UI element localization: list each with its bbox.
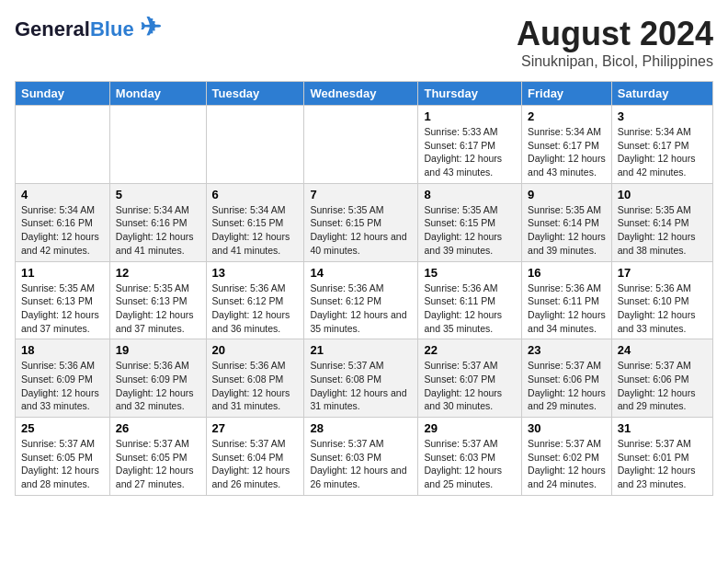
day-number: 20 — [212, 343, 299, 357]
day-cell — [304, 106, 418, 184]
day-number: 10 — [618, 188, 707, 201]
day-info: Sunrise: 5:37 AM Sunset: 6:06 PM Dayligh… — [528, 359, 606, 413]
day-info: Sunrise: 5:37 AM Sunset: 6:01 PM Dayligh… — [618, 437, 707, 491]
day-number: 7 — [310, 188, 412, 201]
day-cell — [16, 106, 110, 184]
day-cell: 8Sunrise: 5:35 AM Sunset: 6:15 PM Daylig… — [418, 183, 522, 261]
day-info: Sunrise: 5:37 AM Sunset: 6:07 PM Dayligh… — [424, 359, 516, 413]
day-cell: 21Sunrise: 5:37 AM Sunset: 6:08 PM Dayli… — [304, 339, 418, 418]
day-number: 23 — [528, 343, 606, 357]
day-cell: 30Sunrise: 5:37 AM Sunset: 6:02 PM Dayli… — [522, 418, 612, 496]
day-number: 18 — [21, 343, 104, 357]
day-cell: 1Sunrise: 5:33 AM Sunset: 6:17 PM Daylig… — [418, 106, 522, 184]
header: GeneralBlue ✈ August 2024 Sinuknipan, Bi… — [15, 15, 713, 70]
logo-text: GeneralBlue ✈ — [15, 15, 161, 40]
day-number: 9 — [528, 188, 606, 201]
day-number: 8 — [424, 188, 516, 201]
day-cell: 7Sunrise: 5:35 AM Sunset: 6:15 PM Daylig… — [304, 183, 418, 261]
day-number: 26 — [116, 421, 200, 435]
day-info: Sunrise: 5:34 AM Sunset: 6:16 PM Dayligh… — [21, 203, 104, 258]
day-number: 17 — [618, 266, 707, 280]
day-cell: 4Sunrise: 5:34 AM Sunset: 6:16 PM Daylig… — [16, 183, 110, 261]
day-info: Sunrise: 5:35 AM Sunset: 6:15 PM Dayligh… — [310, 203, 412, 258]
day-number: 22 — [424, 343, 516, 357]
day-cell — [206, 106, 304, 184]
column-header-sunday: Sunday — [16, 82, 110, 106]
week-row-4: 18Sunrise: 5:36 AM Sunset: 6:09 PM Dayli… — [16, 339, 713, 418]
day-info: Sunrise: 5:36 AM Sunset: 6:08 PM Dayligh… — [212, 359, 299, 413]
day-number: 4 — [21, 188, 104, 201]
day-info: Sunrise: 5:36 AM Sunset: 6:09 PM Dayligh… — [116, 359, 200, 413]
day-info: Sunrise: 5:34 AM Sunset: 6:15 PM Dayligh… — [212, 203, 299, 258]
day-info: Sunrise: 5:34 AM Sunset: 6:17 PM Dayligh… — [618, 125, 707, 179]
day-info: Sunrise: 5:34 AM Sunset: 6:17 PM Dayligh… — [528, 125, 606, 179]
column-header-monday: Monday — [109, 82, 206, 106]
day-info: Sunrise: 5:35 AM Sunset: 6:13 PM Dayligh… — [116, 282, 200, 336]
day-number: 12 — [116, 266, 200, 280]
day-info: Sunrise: 5:37 AM Sunset: 6:03 PM Dayligh… — [310, 437, 412, 491]
calendar-header-row: SundayMondayTuesdayWednesdayThursdayFrid… — [16, 82, 713, 106]
day-cell: 26Sunrise: 5:37 AM Sunset: 6:05 PM Dayli… — [109, 418, 206, 496]
day-cell: 29Sunrise: 5:37 AM Sunset: 6:03 PM Dayli… — [418, 418, 522, 496]
day-cell: 13Sunrise: 5:36 AM Sunset: 6:12 PM Dayli… — [206, 261, 304, 339]
day-cell: 18Sunrise: 5:36 AM Sunset: 6:09 PM Dayli… — [16, 339, 110, 418]
week-row-3: 11Sunrise: 5:35 AM Sunset: 6:13 PM Dayli… — [16, 261, 713, 339]
day-info: Sunrise: 5:37 AM Sunset: 6:06 PM Dayligh… — [618, 359, 707, 413]
day-info: Sunrise: 5:37 AM Sunset: 6:02 PM Dayligh… — [528, 437, 606, 491]
column-header-thursday: Thursday — [418, 82, 522, 106]
day-number: 16 — [528, 266, 606, 280]
day-cell: 15Sunrise: 5:36 AM Sunset: 6:11 PM Dayli… — [418, 261, 522, 339]
day-info: Sunrise: 5:37 AM Sunset: 6:08 PM Dayligh… — [310, 359, 412, 413]
day-info: Sunrise: 5:37 AM Sunset: 6:05 PM Dayligh… — [21, 437, 104, 491]
day-number: 30 — [528, 421, 606, 435]
day-info: Sunrise: 5:37 AM Sunset: 6:05 PM Dayligh… — [116, 437, 200, 491]
day-number: 19 — [116, 343, 200, 357]
day-number: 25 — [21, 421, 104, 435]
day-cell: 24Sunrise: 5:37 AM Sunset: 6:06 PM Dayli… — [611, 339, 712, 418]
day-info: Sunrise: 5:36 AM Sunset: 6:12 PM Dayligh… — [310, 282, 412, 336]
day-cell: 5Sunrise: 5:34 AM Sunset: 6:16 PM Daylig… — [109, 183, 206, 261]
day-cell: 25Sunrise: 5:37 AM Sunset: 6:05 PM Dayli… — [16, 418, 110, 496]
column-header-friday: Friday — [522, 82, 612, 106]
day-cell: 28Sunrise: 5:37 AM Sunset: 6:03 PM Dayli… — [304, 418, 418, 496]
week-row-2: 4Sunrise: 5:34 AM Sunset: 6:16 PM Daylig… — [16, 183, 713, 261]
day-number: 14 — [310, 266, 412, 280]
day-info: Sunrise: 5:34 AM Sunset: 6:16 PM Dayligh… — [116, 203, 200, 258]
column-header-tuesday: Tuesday — [206, 82, 304, 106]
column-header-wednesday: Wednesday — [304, 82, 418, 106]
day-number: 5 — [116, 188, 200, 201]
day-number: 24 — [618, 343, 707, 357]
day-number: 3 — [618, 109, 707, 123]
day-cell: 20Sunrise: 5:36 AM Sunset: 6:08 PM Dayli… — [206, 339, 304, 418]
day-cell: 9Sunrise: 5:35 AM Sunset: 6:14 PM Daylig… — [522, 183, 612, 261]
day-cell: 12Sunrise: 5:35 AM Sunset: 6:13 PM Dayli… — [109, 261, 206, 339]
main-title: August 2024 — [517, 15, 713, 53]
day-cell: 27Sunrise: 5:37 AM Sunset: 6:04 PM Dayli… — [206, 418, 304, 496]
day-cell: 3Sunrise: 5:34 AM Sunset: 6:17 PM Daylig… — [611, 106, 712, 184]
day-cell: 22Sunrise: 5:37 AM Sunset: 6:07 PM Dayli… — [418, 339, 522, 418]
week-row-5: 25Sunrise: 5:37 AM Sunset: 6:05 PM Dayli… — [16, 418, 713, 496]
day-number: 6 — [212, 188, 299, 201]
day-info: Sunrise: 5:35 AM Sunset: 6:14 PM Dayligh… — [618, 203, 707, 258]
title-area: August 2024 Sinuknipan, Bicol, Philippin… — [517, 15, 713, 70]
day-info: Sunrise: 5:36 AM Sunset: 6:11 PM Dayligh… — [424, 282, 516, 336]
day-cell: 23Sunrise: 5:37 AM Sunset: 6:06 PM Dayli… — [522, 339, 612, 418]
day-info: Sunrise: 5:36 AM Sunset: 6:11 PM Dayligh… — [528, 282, 606, 336]
day-number: 11 — [21, 266, 104, 280]
day-info: Sunrise: 5:33 AM Sunset: 6:17 PM Dayligh… — [424, 125, 516, 179]
day-info: Sunrise: 5:37 AM Sunset: 6:04 PM Dayligh… — [212, 437, 299, 491]
logo: GeneralBlue ✈ — [15, 15, 161, 40]
day-number: 27 — [212, 421, 299, 435]
day-cell: 10Sunrise: 5:35 AM Sunset: 6:14 PM Dayli… — [611, 183, 712, 261]
column-header-saturday: Saturday — [611, 82, 712, 106]
day-cell: 14Sunrise: 5:36 AM Sunset: 6:12 PM Dayli… — [304, 261, 418, 339]
subtitle: Sinuknipan, Bicol, Philippines — [517, 53, 713, 70]
day-info: Sunrise: 5:35 AM Sunset: 6:13 PM Dayligh… — [21, 282, 104, 336]
day-cell: 16Sunrise: 5:36 AM Sunset: 6:11 PM Dayli… — [522, 261, 612, 339]
day-info: Sunrise: 5:36 AM Sunset: 6:10 PM Dayligh… — [618, 282, 707, 336]
day-cell: 2Sunrise: 5:34 AM Sunset: 6:17 PM Daylig… — [522, 106, 612, 184]
day-number: 29 — [424, 421, 516, 435]
day-info: Sunrise: 5:35 AM Sunset: 6:14 PM Dayligh… — [528, 203, 606, 258]
day-number: 13 — [212, 266, 299, 280]
day-cell: 19Sunrise: 5:36 AM Sunset: 6:09 PM Dayli… — [109, 339, 206, 418]
